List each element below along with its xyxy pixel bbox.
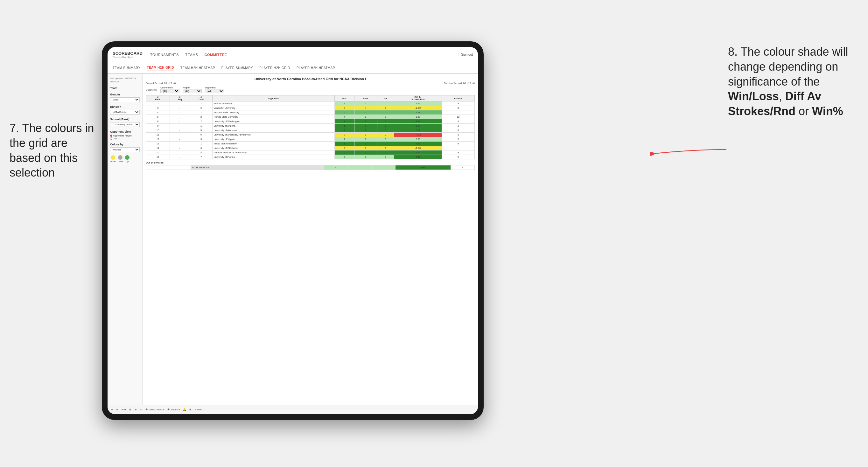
gender-select[interactable]: Men's bbox=[110, 97, 140, 102]
out-of-division-label: Out of division bbox=[146, 161, 475, 164]
cell-diff: 6.62 bbox=[394, 155, 442, 159]
table-row: 14-6University of Oklahoma010-1.00 bbox=[146, 146, 475, 151]
level-color-dot bbox=[118, 155, 123, 160]
tablet-screen: SCOREBOARD Powered by clippd TOURNAMENTS… bbox=[107, 47, 478, 414]
reset-button[interactable]: ↩↪ bbox=[122, 408, 126, 411]
nav-committee[interactable]: COMMITTEE bbox=[205, 52, 227, 58]
conference-select[interactable]: (All) bbox=[160, 89, 180, 93]
radio-top100[interactable]: Top 100 bbox=[110, 137, 140, 139]
cell-reg: - bbox=[170, 137, 190, 142]
sub-nav-team-summary[interactable]: TEAM SUMMARY bbox=[113, 65, 141, 71]
cell-opponent: Auburn University bbox=[213, 101, 335, 106]
cell-tie: 0 bbox=[377, 115, 394, 119]
out-div-win: 1 bbox=[323, 165, 347, 170]
cell-tie: 0 bbox=[377, 106, 394, 111]
sign-out-button[interactable]: Sign out bbox=[461, 53, 473, 56]
cell-loss: 0 bbox=[354, 119, 377, 124]
sub-nav-team-h2h-heatmap[interactable]: TEAM H2H HEATMAP bbox=[180, 65, 215, 71]
cell-diff: 1.67 bbox=[394, 101, 442, 106]
color-legend: Down Level Up bbox=[110, 155, 140, 162]
down-color-dot bbox=[111, 155, 115, 160]
col-tie: Tie bbox=[377, 95, 394, 101]
cell-loss: 0 bbox=[354, 124, 377, 128]
col-reg: #Reg bbox=[170, 95, 190, 101]
cell-rank: 8 bbox=[146, 119, 170, 124]
nav-teams[interactable]: TEAMS bbox=[185, 52, 198, 58]
cell-tie: 0 bbox=[377, 142, 394, 146]
nav-tournaments[interactable]: TOURNAMENTS bbox=[150, 52, 179, 58]
cell-rank: 4 bbox=[146, 111, 170, 115]
share-button[interactable]: Share bbox=[195, 408, 202, 411]
cell-loss: 1 bbox=[354, 146, 377, 151]
table-row: 12-3University of Virginia1002.333 bbox=[146, 137, 475, 142]
cell-opponent: University of Virginia bbox=[213, 137, 335, 142]
out-div-loss: 0 bbox=[347, 165, 371, 170]
cell-opponent: Georgia Institute of Technology bbox=[213, 151, 335, 155]
col-loss: Loss bbox=[354, 95, 377, 101]
grid-button[interactable]: ⊞ bbox=[129, 408, 131, 411]
radio-opponents-played[interactable]: Opponents Played bbox=[110, 134, 140, 137]
annotation-left: 7. The colours in the grid are based on … bbox=[9, 121, 99, 180]
cell-conf: 7 bbox=[190, 155, 212, 159]
cell-rounds: 9 bbox=[442, 155, 475, 159]
cell-diff: 2.28 bbox=[394, 111, 442, 115]
add-button[interactable]: ⊕ bbox=[134, 408, 137, 411]
division-select[interactable]: NCAA Division I bbox=[110, 110, 140, 115]
cell-rank: 13 bbox=[146, 142, 170, 146]
conference-filter: Conference (All) bbox=[160, 87, 180, 93]
cell-diff: 3.67 bbox=[394, 119, 442, 124]
cell-conf: 2 bbox=[190, 106, 212, 111]
cell-diff: 4.50 bbox=[394, 151, 442, 155]
cell-rank: 16 bbox=[146, 155, 170, 159]
view-original-button[interactable]: 👁 View: Original bbox=[146, 408, 164, 411]
cell-win: 4 bbox=[334, 115, 354, 119]
down-label: Down bbox=[110, 160, 116, 162]
cell-rank: 14 bbox=[146, 146, 170, 151]
refresh-button[interactable]: ⊙ bbox=[140, 408, 142, 411]
out-div-rounds: 3 bbox=[451, 165, 474, 170]
cell-rank: 15 bbox=[146, 151, 170, 155]
watch-button[interactable]: 👁 Watch ▾ bbox=[167, 408, 180, 411]
layout-button[interactable]: ⊞ bbox=[189, 408, 191, 411]
filter-row: Opponents: Conference (All) Region (All) bbox=[146, 87, 475, 93]
cell-tie: 0 bbox=[377, 133, 394, 137]
cell-loss: 1 bbox=[354, 155, 377, 159]
colour-by-label: Colour by bbox=[110, 143, 140, 146]
sub-nav-player-h2h-heatmap[interactable]: PLAYER H2H HEATMAP bbox=[297, 65, 335, 71]
cell-diff: -4.33 bbox=[394, 133, 442, 137]
out-division-row: NCAA Division II 1 0 0 26.00 3 bbox=[146, 165, 475, 170]
notification-button[interactable]: 🔔 bbox=[183, 408, 186, 411]
school-select[interactable]: U. University of Nort... bbox=[110, 122, 140, 127]
table-row: 9-1University of Arizona1009.002 bbox=[146, 124, 475, 128]
cell-loss: 0 bbox=[354, 142, 377, 146]
cell-conf: 6 bbox=[190, 133, 212, 137]
cell-win: 1 bbox=[334, 119, 354, 124]
cell-reg: - bbox=[170, 155, 190, 159]
colour-by-select[interactable]: Win/loss bbox=[110, 147, 140, 152]
sub-nav-player-summary[interactable]: PLAYER SUMMARY bbox=[221, 65, 253, 71]
radio-circle-selected bbox=[110, 134, 112, 137]
sub-nav-team-h2h-grid[interactable]: TEAM H2H GRID bbox=[147, 65, 174, 71]
out-div-name: NCAA Division II bbox=[191, 165, 323, 170]
cell-loss: 0 bbox=[354, 151, 377, 155]
out-div-rank bbox=[146, 165, 161, 170]
redo-button[interactable]: ↪ bbox=[116, 408, 118, 411]
cell-conf: 5 bbox=[190, 128, 212, 133]
col-opponent: Opponent bbox=[213, 95, 335, 101]
gender-label: Gender bbox=[110, 93, 140, 96]
cell-rounds: 9 bbox=[442, 101, 475, 106]
cell-rank: 11 bbox=[146, 133, 170, 137]
up-label: Up bbox=[126, 160, 128, 162]
out-div-tie: 0 bbox=[372, 165, 396, 170]
sub-nav-player-h2h-grid[interactable]: PLAYER H2H GRID bbox=[259, 65, 290, 71]
cell-rounds: 9 bbox=[442, 142, 475, 146]
undo-button[interactable]: ↩ bbox=[111, 408, 113, 411]
cell-conf: 2 bbox=[190, 119, 212, 124]
cell-rank: 12 bbox=[146, 137, 170, 142]
division-record: Division Record: 88 - 17 - 0 bbox=[444, 82, 475, 85]
division-label: Division bbox=[110, 105, 140, 108]
opponent-select[interactable]: (All) bbox=[205, 89, 224, 93]
cell-rounds: 2 bbox=[442, 124, 475, 128]
conference-filter-label: Conference bbox=[160, 87, 180, 89]
region-select[interactable]: (All) bbox=[183, 89, 202, 93]
